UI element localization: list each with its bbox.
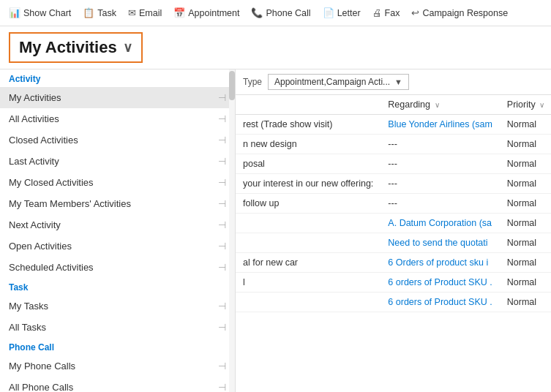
filter-dropdown-arrow: ▼	[394, 78, 402, 86]
scrollbar[interactable]	[229, 69, 235, 392]
sidebar-label-last-activity: Last Activity	[9, 156, 59, 167]
cell-regarding-0[interactable]: Blue Yonder Airlines (sam	[381, 115, 499, 135]
table-row: follow up---Normal	[236, 194, 551, 214]
cell-regarding-8[interactable]: 6 orders of Product SKU .	[381, 273, 499, 293]
sidebar-item-next-activity[interactable]: Next Activity⊣	[0, 214, 235, 235]
sidebar-label-my-phone-calls: My Phone Calls	[9, 361, 75, 372]
show-chart-label: Show Chart	[23, 8, 71, 18]
cell-regarding-1: ---	[381, 135, 499, 154]
col-subject	[236, 95, 381, 115]
nav-item-phone-call[interactable]: 📞Phone Call	[245, 0, 316, 26]
right-content: Type Appointment,Campaign Acti... ▼ Rega…	[236, 69, 551, 392]
table-row: l6 orders of Product SKU .Normal	[236, 273, 551, 293]
cell-subject-3: your interest in our new offering:	[236, 174, 381, 194]
appointment-icon: 📅	[173, 7, 185, 18]
cell-priority-3: Normal	[500, 174, 551, 194]
my-activities-title: My Activities	[19, 38, 117, 57]
cell-subject-4: follow up	[236, 194, 381, 214]
table-row: al for new car6 Orders of product sku iN…	[236, 253, 551, 273]
sidebar-item-last-activity[interactable]: Last Activity⊣	[0, 151, 235, 172]
sidebar-item-open-activities[interactable]: Open Activities⊣	[0, 235, 235, 257]
nav-item-letter[interactable]: 📄Letter	[317, 0, 367, 26]
filter-value: Appointment,Campaign Acti...	[274, 77, 390, 87]
appointment-label: Appointment	[188, 8, 239, 18]
pin-icon-open-activities: ⊣	[218, 241, 226, 252]
cell-subject-1: n new design	[236, 135, 381, 154]
table-row: A. Datum Corporation (saNormal	[236, 214, 551, 233]
sidebar-label-next-activity: Next Activity	[9, 219, 61, 230]
cell-regarding-6[interactable]: Need to send the quotati	[381, 233, 499, 253]
cell-regarding-9[interactable]: 6 orders of Product SKU .	[381, 293, 499, 312]
nav-item-campaign-response[interactable]: ↩Campaign Response	[405, 0, 514, 26]
sidebar-item-my-phone-calls[interactable]: My Phone Calls⊣	[0, 355, 235, 377]
pin-icon-all-activities: ⊣	[218, 113, 226, 124]
pin-icon-my-activities: ⊣	[218, 92, 226, 103]
nav-item-email[interactable]: ✉Email	[122, 0, 168, 26]
sidebar-item-all-phone-calls[interactable]: All Phone Calls⊣	[0, 377, 235, 392]
cell-priority-6: Normal	[500, 233, 551, 253]
sidebar-item-my-tasks[interactable]: My Tasks⊣	[0, 295, 235, 317]
sidebar-label-all-tasks: All Tasks	[9, 322, 46, 333]
cell-subject-8: l	[236, 273, 381, 293]
sidebar-label-scheduled-activities: Scheduled Activities	[9, 262, 94, 273]
cell-regarding-5[interactable]: A. Datum Corporation (sa	[381, 214, 499, 233]
sidebar-item-my-activities[interactable]: My Activities⊣	[0, 87, 235, 108]
nav-item-appointment[interactable]: 📅Appointment	[168, 0, 245, 26]
phone-call-icon: 📞	[251, 7, 263, 18]
pin-icon-all-phone-calls: ⊣	[218, 382, 226, 392]
pin-icon-my-tasks: ⊣	[218, 301, 226, 312]
cell-priority-7: Normal	[500, 253, 551, 273]
letter-label: Letter	[337, 8, 361, 18]
cell-regarding-3: ---	[381, 174, 499, 194]
pin-icon-my-closed-activities: ⊣	[218, 177, 226, 188]
cell-priority-4: Normal	[500, 194, 551, 214]
sidebar-label-my-closed-activities: My Closed Activities	[9, 177, 94, 188]
cell-priority-5: Normal	[500, 214, 551, 233]
type-filter-dropdown[interactable]: Appointment,Campaign Acti... ▼	[268, 74, 409, 90]
task-icon: 📋	[83, 7, 94, 18]
sidebar-label-all-phone-calls: All Phone Calls	[9, 382, 73, 392]
show-chart-icon: 📊	[9, 7, 20, 18]
header-area: My Activities ∨	[0, 26, 551, 69]
nav-item-show-chart[interactable]: 📊Show Chart	[3, 0, 77, 26]
dropdown-panel: Activity My Activities⊣All Activities⊣Cl…	[0, 69, 236, 392]
col-regarding[interactable]: Regarding ∨	[381, 95, 499, 115]
phone-call-label: Phone Call	[266, 8, 310, 18]
table-row: posal---Normal	[236, 154, 551, 174]
sidebar-label-all-activities: All Activities	[9, 113, 59, 124]
sidebar-label-open-activities: Open Activities	[9, 241, 72, 252]
filter-bar: Type Appointment,Campaign Acti... ▼	[236, 69, 551, 95]
table-row: 6 orders of Product SKU .Normal	[236, 293, 551, 312]
email-icon: ✉	[128, 7, 136, 18]
cell-regarding-7[interactable]: 6 Orders of product sku i	[381, 253, 499, 273]
sidebar-item-my-team-members[interactable]: My Team Members' Activities⊣	[0, 193, 235, 214]
pin-icon-scheduled-activities: ⊣	[218, 262, 226, 273]
activities-table: Regarding ∨ Priority ∨ rest (Trade show …	[236, 95, 551, 312]
main-content: Activity My Activities⊣All Activities⊣Cl…	[0, 69, 551, 392]
my-activities-dropdown-button[interactable]: My Activities ∨	[9, 32, 143, 63]
cell-regarding-2: ---	[381, 154, 499, 174]
scrollbar-thumb[interactable]	[229, 71, 235, 100]
cell-regarding-4: ---	[381, 194, 499, 214]
sidebar-item-my-closed-activities[interactable]: My Closed Activities⊣	[0, 172, 235, 193]
col-priority[interactable]: Priority ∨	[500, 95, 551, 115]
filter-type-label: Type	[243, 77, 262, 87]
table-row: rest (Trade show visit)Blue Yonder Airli…	[236, 115, 551, 135]
pin-icon-my-team-members: ⊣	[218, 198, 226, 209]
cell-subject-2: posal	[236, 154, 381, 174]
cell-priority-0: Normal	[500, 115, 551, 135]
cell-priority-2: Normal	[500, 154, 551, 174]
sidebar-item-closed-activities[interactable]: Closed Activities⊣	[0, 129, 235, 151]
nav-item-fax[interactable]: 🖨Fax	[367, 0, 406, 26]
nav-item-task[interactable]: 📋Task	[77, 0, 122, 26]
sidebar-label-my-team-members: My Team Members' Activities	[9, 198, 131, 209]
pin-icon-next-activity: ⊣	[218, 219, 226, 230]
phone-call-section-label: Phone Call	[0, 338, 235, 355]
pin-icon-last-activity: ⊣	[218, 156, 226, 167]
cell-subject-9	[236, 293, 381, 312]
sidebar-item-all-activities[interactable]: All Activities⊣	[0, 108, 235, 129]
pin-icon-all-tasks: ⊣	[218, 322, 226, 333]
sidebar-item-all-tasks[interactable]: All Tasks⊣	[0, 317, 235, 338]
sidebar-item-scheduled-activities[interactable]: Scheduled Activities⊣	[0, 257, 235, 278]
cell-subject-5	[236, 214, 381, 233]
